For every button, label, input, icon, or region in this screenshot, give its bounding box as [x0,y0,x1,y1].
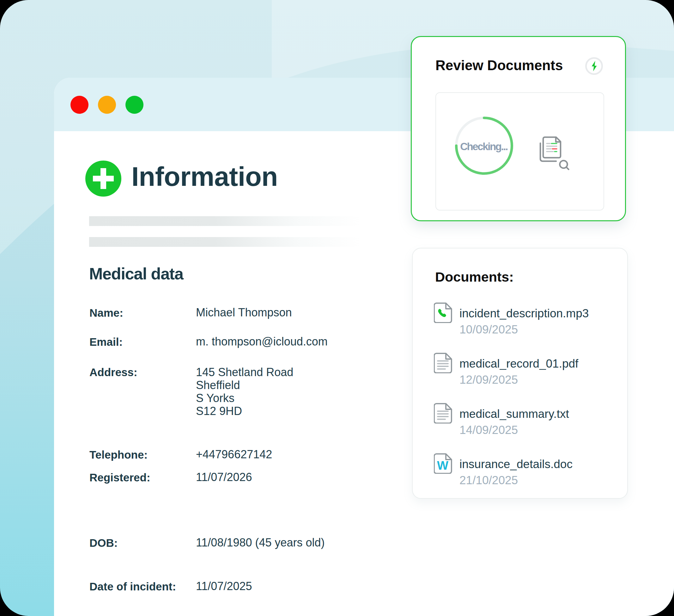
svg-text:W: W [437,459,448,472]
